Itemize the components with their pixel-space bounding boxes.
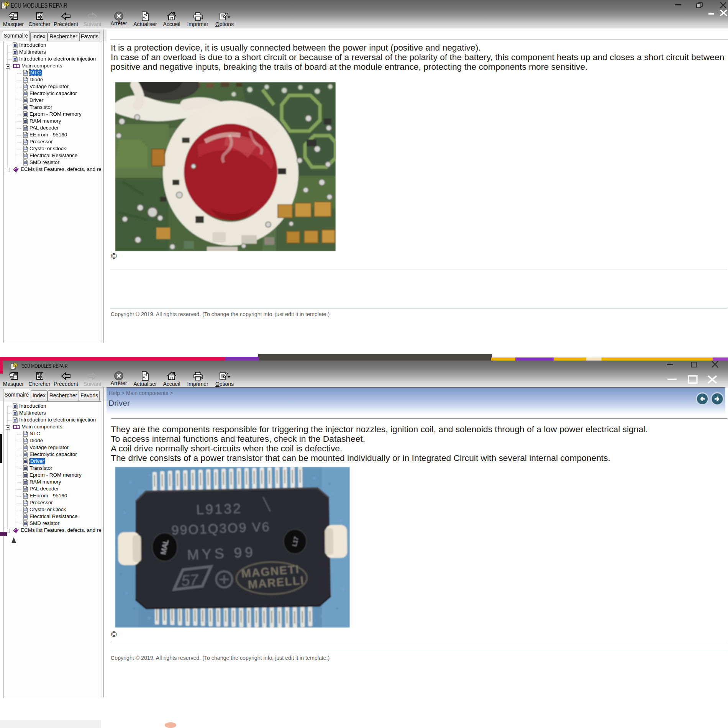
svg-text:MYS 99: MYS 99 xyxy=(187,544,256,563)
svg-text:57: 57 xyxy=(181,571,200,589)
svg-text:L9132: L9132 xyxy=(196,500,243,517)
